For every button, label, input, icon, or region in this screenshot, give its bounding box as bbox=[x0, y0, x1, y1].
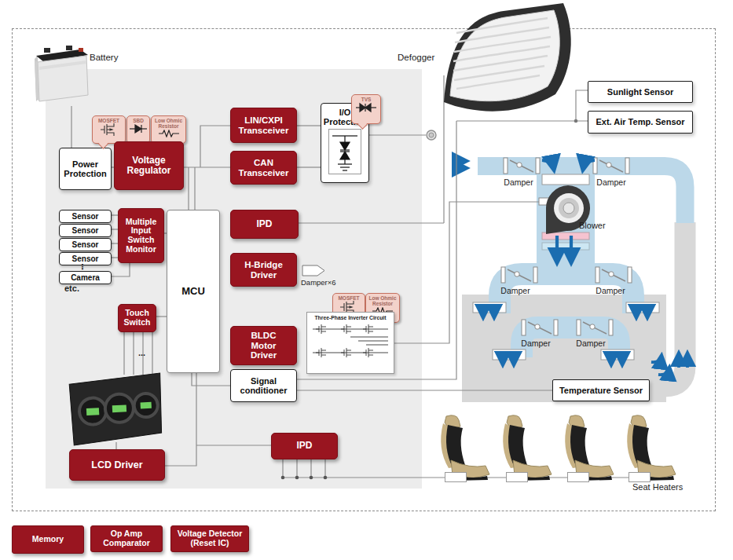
bldc-motor-driver-block: BLDC Motor Driver bbox=[230, 326, 297, 365]
lcd-driver-block: LCD Driver bbox=[69, 449, 165, 481]
ipd-bottom-block: IPD bbox=[271, 433, 338, 459]
damper-label: Damper bbox=[590, 286, 631, 295]
damper-label: Damper bbox=[591, 178, 632, 187]
sensor-block: Sensor bbox=[59, 210, 112, 223]
op-amp-comparator-block: Op Amp Comparator bbox=[90, 525, 163, 552]
ext-air-temp-sensor-block: Ext. Air Temp. Sensor bbox=[588, 111, 693, 134]
damper-label: Damper bbox=[570, 339, 611, 348]
battery-label: Battery bbox=[90, 53, 118, 62]
mosfet-tag: MOSFET bbox=[92, 115, 126, 144]
sbd-tag-label: SBD bbox=[133, 118, 144, 123]
temperature-sensor-block: Temperature Sensor bbox=[552, 379, 650, 401]
etc-label: etc. bbox=[64, 284, 79, 293]
sunlight-sensor-block: Sunlight Sensor bbox=[588, 81, 693, 103]
signal-conditioner-block: Signal conditioner bbox=[230, 369, 297, 402]
damper-label: Damper bbox=[515, 339, 556, 348]
tvs-diode-symbol-icon bbox=[328, 129, 361, 174]
instrument-cluster-image bbox=[68, 372, 167, 448]
seat-heaters-label: Seat Heaters bbox=[632, 482, 683, 492]
diagram-canvas: Battery Defogger Blower Seat Heaters Dam… bbox=[0, 0, 733, 560]
three-phase-inverter-block: Three-Phase Inverter Circuit bbox=[306, 312, 394, 374]
damper-label: Damper bbox=[495, 286, 536, 295]
ipd-top-block: IPD bbox=[230, 210, 299, 239]
multiple-input-switch-monitor-block: Multiple Input Switch Monitor bbox=[118, 208, 164, 263]
inverter-circuit-icon bbox=[310, 321, 391, 368]
seat-heater-element bbox=[629, 472, 651, 482]
touch-switch-block: Touch Switch bbox=[118, 304, 156, 332]
low-ohmic-tag-label: Low Ohmic Resistor bbox=[152, 118, 185, 130]
seat-image bbox=[555, 415, 618, 481]
sensor-ellipsis: ⋮ bbox=[79, 262, 86, 271]
seat-heater-element bbox=[567, 472, 589, 482]
seat-heater-element bbox=[445, 472, 467, 482]
resistor-symbol-icon bbox=[158, 130, 180, 137]
sensor-block: Sensor bbox=[59, 238, 112, 251]
can-transceiver-block: CAN Transceiver bbox=[230, 151, 297, 185]
mosfet-tag-label: MOSFET bbox=[98, 118, 119, 123]
seat-image bbox=[493, 415, 555, 481]
tvs-tag: TVS bbox=[351, 94, 381, 124]
defogger-windshield-image bbox=[428, 0, 579, 123]
voltage-regulator-block: Voltage Regulator bbox=[114, 141, 184, 190]
damper-x6-label: Damper×6 bbox=[301, 278, 336, 287]
tvs-symbol-icon bbox=[355, 102, 377, 113]
seat-image bbox=[431, 415, 493, 481]
damper-x6-arrow-icon bbox=[302, 265, 325, 276]
sensor-block: Sensor bbox=[59, 224, 112, 237]
blower-label: Blower bbox=[579, 221, 606, 230]
touch-pins-ellipsis: ... bbox=[138, 348, 145, 357]
heater-core-cool bbox=[542, 243, 589, 250]
lin-cxpi-transceiver-block: LIN/CXPI Transceiver bbox=[230, 108, 297, 143]
sbd-symbol-icon bbox=[129, 123, 148, 134]
seat-heater-element bbox=[506, 472, 528, 482]
low-ohmic-tag-label: Low Ohmic Resistor bbox=[366, 295, 399, 307]
voltage-detector-block: Voltage Detector (Reset IC) bbox=[170, 525, 249, 552]
seat-image bbox=[617, 415, 680, 481]
sbd-tag: SBD bbox=[126, 115, 150, 144]
mosfet-tag-label: MOSFET bbox=[338, 295, 359, 301]
battery-image bbox=[28, 43, 93, 109]
defogger-label: Defogger bbox=[398, 53, 434, 62]
tvs-tag-label: TVS bbox=[361, 97, 372, 102]
power-protection-block: Power Protection bbox=[59, 148, 112, 190]
camera-block: Camera bbox=[59, 271, 112, 284]
low-ohmic-resistor-tag: Low Ohmic Resistor bbox=[151, 115, 186, 144]
mcu-block: MCU bbox=[167, 210, 220, 373]
h-bridge-driver-block: H-Bridge Driver bbox=[230, 253, 297, 287]
memory-block: Memory bbox=[12, 525, 84, 554]
mosfet-symbol-icon bbox=[99, 123, 119, 136]
inverter-title: Three-Phase Inverter Circuit bbox=[307, 315, 394, 320]
damper-label: Damper bbox=[498, 178, 539, 187]
